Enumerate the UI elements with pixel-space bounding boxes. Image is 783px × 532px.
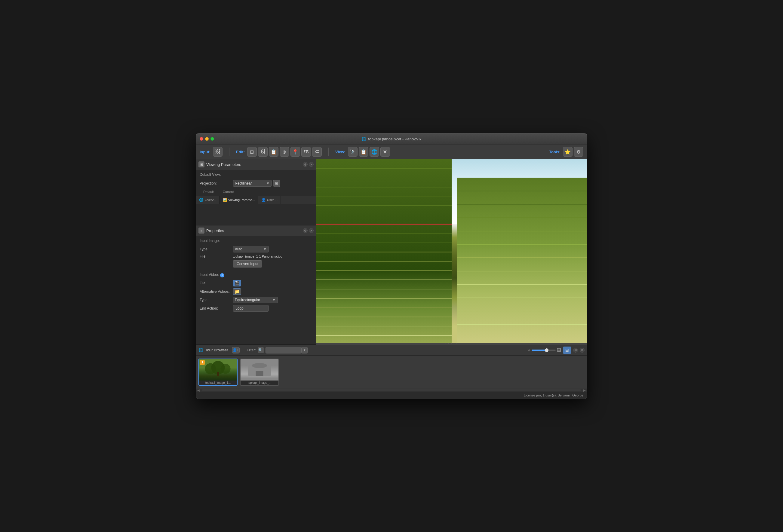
projection-extra-btn[interactable]: ⊞ <box>273 180 280 187</box>
properties-icon: ≡ <box>198 228 205 234</box>
tab-user-icon: 👤 <box>261 198 266 202</box>
tour-browser-icon: 🌐 <box>198 348 203 352</box>
size-slider-max-icon: 🖼 <box>557 348 561 353</box>
tab-user[interactable]: 👤 User ... <box>258 196 281 204</box>
tools-btn-2[interactable]: ⚙ <box>574 147 583 157</box>
maximize-button[interactable] <box>211 137 214 141</box>
tab-viewing-params[interactable]: 🖼️ Viewing Parame... <box>220 196 258 204</box>
viewing-params-section: ⊞ Viewing Parameters ⚙ ✕ Default View: P… <box>196 159 316 225</box>
traffic-lights <box>200 137 214 141</box>
properties-close-btn[interactable]: ✕ <box>309 228 314 233</box>
edit-btn-4[interactable]: ⊕ <box>280 147 289 157</box>
tour-browser-controls: 🖼 🖼 ⊞ ⚙ ✕ <box>527 346 585 354</box>
default-current-row: Default Current <box>200 189 312 194</box>
tour-thumbnails: 1 topkapi_image_1... <box>196 356 587 389</box>
thumbnail-label-0: topkapi_image_1... <box>199 380 237 385</box>
panel-tabs: 🌐 Overv... 🖼️ Viewing Parame... 👤 User .… <box>196 196 316 204</box>
tab-viewing-params-icon: 🖼️ <box>222 198 227 202</box>
edit-btn-5[interactable]: 📍 <box>290 147 300 157</box>
input-video-label: Input Video: <box>200 273 219 277</box>
tour-browser-add-btn[interactable]: 👤+ <box>232 347 240 354</box>
type-label: Type: <box>200 247 233 251</box>
edit-btn-7[interactable]: 🏷 <box>312 147 322 157</box>
filter-label: Filter: <box>247 348 256 352</box>
minimize-button[interactable] <box>205 137 209 141</box>
viewing-params-controls: ⚙ ✕ <box>303 162 314 167</box>
tools-btn-1[interactable]: ⭐ <box>563 147 572 157</box>
input-label: Input: <box>200 150 211 154</box>
default-view-group: Default View: <box>200 172 312 178</box>
view-btn-1[interactable]: 🔭 <box>348 147 357 157</box>
size-slider: 🖼 🖼 <box>527 348 561 353</box>
type-group: Type: Auto ▼ <box>200 246 312 253</box>
filter-clear-btn[interactable]: 🔍 <box>258 347 264 353</box>
end-action-label: End Action: <box>200 306 233 310</box>
convert-input-btn[interactable]: Convert Input <box>233 260 262 267</box>
tour-browser: 🌐 Tour Browser 👤+ Filter: 🔍 ▼ 🖼 <box>196 345 587 392</box>
bottom-area: 🌐 Tour Browser 👤+ Filter: 🔍 ▼ 🖼 <box>196 345 587 399</box>
status-text: License pro, 1 user(s): Benjamin George <box>524 393 583 397</box>
properties-settings-btn[interactable]: ⚙ <box>303 228 308 233</box>
properties-header: ≡ Properties ⚙ ✕ <box>196 225 316 236</box>
input-image-label: Input Image: <box>200 239 220 243</box>
view-btn-3[interactable]: 🌐 <box>370 147 379 157</box>
properties-scroll-area: Input Image: Type: Auto ▼ File: <box>196 236 316 316</box>
alt-videos-label: Alternative Videos: <box>200 290 233 294</box>
grass-left <box>316 159 451 345</box>
properties-title: Properties <box>206 228 224 233</box>
thumbnail-label-1: topkapi_image_... <box>241 380 278 385</box>
filter-input[interactable] <box>265 347 302 354</box>
projection-select[interactable]: Rectilinear ▼ <box>233 180 272 187</box>
properties-controls: ⚙ ✕ <box>303 228 314 233</box>
tour-browser-label: Tour Browser <box>205 348 228 352</box>
edit-btn-2[interactable]: 🖼 <box>258 147 268 157</box>
size-slider-thumb[interactable] <box>545 348 549 352</box>
left-panel: ⊞ Viewing Parameters ⚙ ✕ Default View: P… <box>196 159 316 345</box>
input-image-group: Input Image: <box>200 239 312 244</box>
view-btn-4[interactable]: 👁 <box>380 147 390 157</box>
end-action-input[interactable]: Loop <box>233 305 269 312</box>
grid-view-btn[interactable]: ⊞ <box>563 346 571 354</box>
viewing-params-close-btn[interactable]: ✕ <box>309 162 314 167</box>
size-slider-fill <box>532 350 546 351</box>
h-scroll[interactable]: ◀ ▶ <box>196 389 587 392</box>
toolbar-divider-1 <box>229 147 229 156</box>
video-file-group: File: 🎬 <box>200 280 312 287</box>
video-file-browse-btn[interactable]: 🎬 <box>233 280 241 287</box>
alt-videos-browse-btn[interactable]: 📁 <box>233 288 241 295</box>
viewing-params-settings-btn[interactable]: ⚙ <box>303 162 308 167</box>
video-type-label: Type: <box>200 298 233 302</box>
properties-content: Input Image: Type: Auto ▼ File: <box>196 236 316 316</box>
filter-dropdown-btn[interactable]: ▼ <box>302 347 308 354</box>
input-button[interactable]: 🖼 <box>213 147 222 157</box>
panorama-container[interactable]: ↗ <box>316 159 587 345</box>
viewing-params-icon: ⊞ <box>198 161 205 167</box>
file-group: File: topkapi_image_1-1 Panorama.jpg <box>200 254 312 259</box>
close-button[interactable] <box>200 137 203 141</box>
edit-btn-1[interactable]: ⊞ <box>247 147 257 157</box>
tour-browser-header: 🌐 Tour Browser 👤+ Filter: 🔍 ▼ 🖼 <box>196 345 587 356</box>
h-scroll-track[interactable] <box>202 389 581 391</box>
view-label: View: <box>335 150 345 154</box>
tab-overview[interactable]: 🌐 Overv... <box>196 196 220 204</box>
view-btn-2[interactable]: 📋 <box>359 147 368 157</box>
thumbnail-item-0[interactable]: 1 topkapi_image_1... <box>198 359 238 386</box>
resize-handle[interactable]: • • • • • <box>316 343 587 345</box>
viewing-params-title: Viewing Parameters <box>206 162 241 167</box>
current-col-label: Current <box>223 190 234 194</box>
input-video-info-icon: i <box>220 273 224 277</box>
type-select[interactable]: Auto ▼ <box>233 246 269 253</box>
size-slider-track[interactable] <box>532 350 556 351</box>
window-icon: 🌐 <box>362 137 366 141</box>
tour-browser-close-btn[interactable]: ✕ <box>580 348 585 353</box>
viewing-params-content: Default View: Projection: Rectilinear ▼ … <box>196 170 316 196</box>
tour-browser-settings-btn[interactable]: ⚙ <box>573 348 578 353</box>
projection-group: Projection: Rectilinear ▼ ⊞ <box>200 180 312 187</box>
default-col-label: Default <box>203 190 214 194</box>
svg-rect-35 <box>217 372 219 376</box>
toolbar: Input: 🖼 Edit: ⊞ 🖼 📋 ⊕ 📍 🗺 🏷 View: 🔭 📋 🌐… <box>196 145 587 159</box>
video-type-select[interactable]: Equirectangular ▼ <box>233 297 278 303</box>
edit-btn-6[interactable]: 🗺 <box>301 147 311 157</box>
thumbnail-item-1[interactable]: topkapi_image_... <box>240 359 279 386</box>
edit-btn-3[interactable]: 📋 <box>269 147 278 157</box>
